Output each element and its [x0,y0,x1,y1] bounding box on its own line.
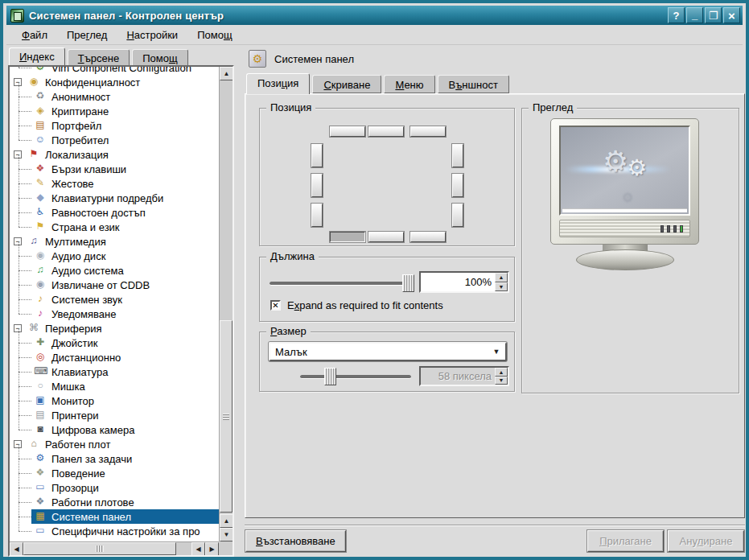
size-slider-handle[interactable] [324,368,336,385]
tree-item[interactable]: ▣Монитор [10,393,219,408]
tree-item[interactable]: ♿Равностоен достъп [10,205,219,220]
titlebar[interactable]: Системен панел - Контролен център ? _ ❐ … [6,6,743,25]
tree-item-label: Локализация [45,149,109,161]
vscroll-thumb[interactable] [220,320,233,513]
tree-expander-icon[interactable]: − [14,324,22,332]
tree-item[interactable]: ❖Поведение [10,466,219,480]
size-slider-track[interactable] [300,375,411,379]
tree-item[interactable]: ♪Системен звук [10,292,219,307]
tree-item[interactable]: ◎Дистанционно [10,350,219,364]
scroll-left2-icon[interactable]: ◀ [191,542,205,556]
tree-item[interactable]: ○Мишка [10,379,219,393]
tree-item[interactable]: ⚑Страна и език [10,220,219,234]
combo-dropdown-icon[interactable]: ▼ [488,348,505,356]
tree-expander-icon[interactable]: − [14,78,22,86]
tree-item[interactable]: ⚙Vim Component Configuration [10,67,219,75]
tree-item[interactable]: ◈Криптиране [10,104,219,118]
tree-item[interactable]: ◉Аудио диск [10,249,219,263]
tree-item-label: Дистанционно [51,352,121,364]
length-slider-handle[interactable] [402,274,414,292]
expand-checkbox-label[interactable]: Expand as required to fit contents [287,299,443,311]
tree-item[interactable]: ♪Уведомяване [10,307,219,321]
tree-item[interactable]: −◉Конфиденциалност [10,75,219,89]
position-button-top-center[interactable] [368,126,404,137]
tree-item[interactable]: ▤Портфейл [10,118,219,133]
help-button[interactable]: ? [668,7,685,23]
scroll-left-icon[interactable]: ◀ [10,542,23,556]
tree-item[interactable]: ▦Системен панел [10,509,219,524]
size-group-label: Размер [266,325,311,337]
position-button-top-left[interactable] [330,126,365,137]
tree-item[interactable]: ▤Принтери [10,408,219,422]
tab-index[interactable]: Индекс [9,47,65,66]
tree-expander-icon[interactable]: − [14,237,22,245]
tree-item[interactable]: ✚Джойстик [10,336,219,350]
position-button-left-bottom[interactable] [311,204,323,227]
spin-up-icon[interactable]: ▲ [495,273,508,282]
maximize-button[interactable]: ❐ [705,7,722,23]
scroll-up-icon[interactable]: ▲ [220,67,233,80]
position-button-bottom-center[interactable] [368,232,404,242]
close-button[interactable]: × [723,7,740,23]
locale-icon: ⚑ [34,220,47,232]
tree-item-label: Работни плотове [51,496,134,509]
length-slider-track[interactable] [270,282,414,286]
tree-item[interactable]: ♫Аудио система [10,263,219,278]
tree-item[interactable]: ◆Клавиатурни подредби [10,191,219,205]
tree-item[interactable]: ❖Бързи клавиши [10,162,219,176]
tree-item[interactable]: ☺Потребител [10,133,219,147]
scroll-up2-icon[interactable]: ▲ [220,514,233,528]
expand-checkbox[interactable]: ✕ [270,300,281,311]
tree-item[interactable]: −⚑Локализация [10,147,219,162]
tree-item[interactable]: −⌘Периферия [10,321,219,336]
tree-item[interactable]: ♻Анонимност [10,89,219,104]
keyboard-layout-icon: ◆ [34,191,47,203]
tree-item[interactable]: ⚙Панел за задачи [10,451,219,466]
tree-item[interactable]: ◙Цифрова камера [10,422,219,437]
tree-item[interactable]: ❖Работни плотове [10,495,219,509]
tree-horizontal-scrollbar[interactable]: ◀ ◀ ▶ [10,541,219,555]
tree-expander-icon[interactable]: − [14,440,22,448]
position-button-top-right[interactable] [410,126,446,137]
position-button-right-bottom[interactable] [452,204,463,227]
tree-item[interactable]: ⌨Клавиатура [10,364,219,379]
position-button-left-middle[interactable] [311,174,323,197]
size-combobox[interactable]: Малък ▼ [269,342,507,361]
tree-vertical-scrollbar[interactable]: ▲ ▲ ▼ [219,67,233,541]
tree-item[interactable]: −⌂Работен плот [10,437,219,451]
tab-menu[interactable]: Меню [384,75,434,93]
menu-help[interactable]: Помощ [188,27,241,43]
menu-settings[interactable]: Настройки [117,27,187,43]
tree-item[interactable]: ✎Жестове [10,176,219,191]
position-button-right-middle[interactable] [452,174,463,197]
tree-item-label: Системен звук [51,294,122,306]
tab-position[interactable]: Позиция [246,73,310,94]
position-button-left-top[interactable] [311,144,323,167]
tab-hiding[interactable]: Скриване [312,75,381,93]
menu-file[interactable]: Файл [13,27,56,43]
scroll-down-icon[interactable]: ▼ [220,528,233,541]
tree-item[interactable]: ▭Специфични настройки за про [10,524,219,538]
window-icon[interactable] [10,9,24,23]
menu-view[interactable]: Преглед [58,27,116,43]
tree-item[interactable]: −♫Мултимедия [10,234,219,249]
spin-down-icon[interactable]: ▼ [495,282,508,292]
tree-item[interactable]: ◉Извличане от CDDB [10,278,219,292]
reset-button[interactable]: Възстановяване [245,530,346,552]
minimize-button[interactable]: _ [686,7,703,23]
scroll-right-icon[interactable]: ▶ [205,542,219,556]
privacy-icon: ◉ [27,76,40,87]
position-button-bottom-left[interactable] [330,232,365,242]
tab-help[interactable]: Помощ [132,49,187,66]
position-button-bottom-right[interactable] [410,232,446,242]
cancel-button[interactable]: Анулиране [668,530,744,552]
tab-search[interactable]: Търсене [68,49,130,66]
tree-expander-icon[interactable]: − [14,150,22,159]
tab-appearance[interactable]: Външност [438,75,509,93]
position-button-right-top[interactable] [452,144,463,167]
length-spinbox[interactable]: 100% ▲ ▼ [419,271,509,293]
position-group: Позиция [259,108,515,246]
tree-item[interactable]: ▭Прозорци [10,480,219,495]
apply-button[interactable]: Прилагане [587,530,664,552]
hscroll-thumb[interactable] [23,542,176,555]
